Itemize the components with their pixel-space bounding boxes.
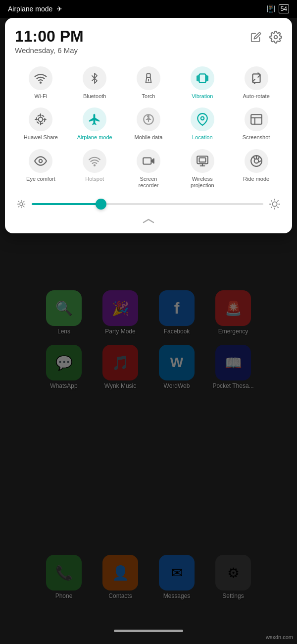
brightness-max-icon: [269, 199, 280, 210]
qs-time-date: 11:00 PM Wednesday, 6 May: [15, 28, 84, 54]
toggle-airplane-mode[interactable]: Airplane mode: [69, 106, 121, 143]
wifi-label: Wi-Fi: [35, 93, 48, 100]
svg-point-1: [40, 82, 41, 83]
svg-line-38: [18, 201, 19, 202]
toggle-wifi[interactable]: Wi-Fi: [15, 64, 67, 102]
toggle-huawei-share[interactable]: Huawei Share: [15, 106, 67, 143]
auto-rotate-label: Auto-rotate: [243, 93, 269, 100]
huawei-share-label: Huawei Share: [24, 134, 58, 141]
toggle-wireless-projection[interactable]: Wireless projection: [176, 147, 228, 191]
location-label: Location: [192, 134, 213, 141]
brightness-min-icon: [17, 200, 26, 209]
brightness-thumb[interactable]: [96, 199, 106, 210]
brightness-control: [15, 199, 282, 210]
svg-point-0: [274, 36, 278, 39]
svg-rect-9: [252, 74, 260, 83]
toggle-auto-rotate[interactable]: Auto-rotate: [230, 64, 282, 102]
svg-line-39: [23, 206, 24, 207]
svg-rect-4: [199, 74, 205, 83]
svg-point-44: [272, 202, 277, 206]
status-bar: Airplane mode ✈ 📳 54: [0, 0, 297, 18]
eye-comfort-label: Eye comfort: [26, 176, 55, 182]
svg-point-10: [39, 117, 43, 122]
status-bar-left: Airplane mode ✈: [8, 5, 62, 13]
watermark: wsxdn.com: [266, 634, 293, 640]
qs-date: Wednesday, 6 May: [15, 46, 84, 54]
screen-recorder-label: Screen recorder: [139, 176, 159, 189]
wireless-projection-label: Wireless projection: [191, 176, 214, 189]
toggle-screen-recorder[interactable]: Screen recorder: [123, 147, 175, 191]
toggle-screenshot[interactable]: Screenshot: [230, 106, 282, 143]
quick-settings-panel: 11:00 PM Wednesday, 6 May: [5, 18, 292, 233]
svg-line-42: [18, 206, 19, 207]
toggle-mobile-data[interactable]: 1 Mobile data: [123, 106, 175, 143]
brightness-slider[interactable]: [32, 203, 263, 205]
svg-line-48: [278, 207, 278, 208]
toggle-eye-comfort[interactable]: Eye comfort: [15, 147, 67, 191]
svg-line-43: [23, 201, 24, 202]
svg-rect-26: [143, 158, 151, 164]
torch-label: Torch: [142, 93, 155, 100]
svg-point-25: [94, 164, 95, 165]
toggle-location[interactable]: Location: [176, 106, 228, 143]
svg-point-24: [39, 159, 43, 162]
vibrate-icon: 📳: [266, 4, 276, 13]
svg-rect-2: [147, 74, 150, 77]
svg-point-35: [20, 203, 23, 206]
airplane-mode-icon: ✈: [56, 5, 62, 13]
svg-line-52: [278, 201, 278, 201]
svg-point-20: [201, 117, 204, 120]
settings-button[interactable]: [269, 31, 282, 44]
svg-text:1: 1: [147, 114, 150, 120]
qs-toggle-grid: Wi-Fi Bluetooth Torch: [15, 64, 282, 191]
airplane-mode-label: Airplane mode: [77, 134, 112, 141]
brightness-fill: [32, 203, 101, 205]
svg-rect-21: [251, 115, 262, 125]
toggle-hotspot[interactable]: Hotspot: [69, 147, 121, 191]
status-bar-right: 📳 54: [266, 4, 289, 13]
svg-rect-29: [199, 158, 205, 162]
svg-line-51: [271, 207, 272, 208]
toggle-vibration[interactable]: Vibration: [176, 64, 228, 102]
toggle-bluetooth[interactable]: Bluetooth: [69, 64, 121, 102]
airplane-mode-label: Airplane mode: [8, 5, 52, 13]
edit-button[interactable]: [250, 32, 261, 43]
screenshot-label: Screenshot: [243, 134, 270, 141]
mobile-data-label: Mobile data: [135, 134, 163, 141]
collapse-handle[interactable]: [15, 217, 282, 225]
toggle-ride-mode[interactable]: Ride mode: [230, 147, 282, 191]
bottom-nav-bar: [114, 630, 183, 632]
vibration-label: Vibration: [192, 93, 213, 100]
ride-mode-label: Ride mode: [243, 176, 269, 182]
bluetooth-label: Bluetooth: [83, 93, 106, 100]
qs-time: 11:00 PM: [15, 28, 84, 45]
svg-line-47: [271, 201, 272, 201]
qs-header: 11:00 PM Wednesday, 6 May: [15, 28, 282, 54]
qs-header-icons: [250, 31, 282, 44]
hotspot-label: Hotspot: [85, 176, 104, 182]
toggle-torch[interactable]: Torch: [123, 64, 175, 102]
battery-bar: 54: [279, 4, 289, 13]
